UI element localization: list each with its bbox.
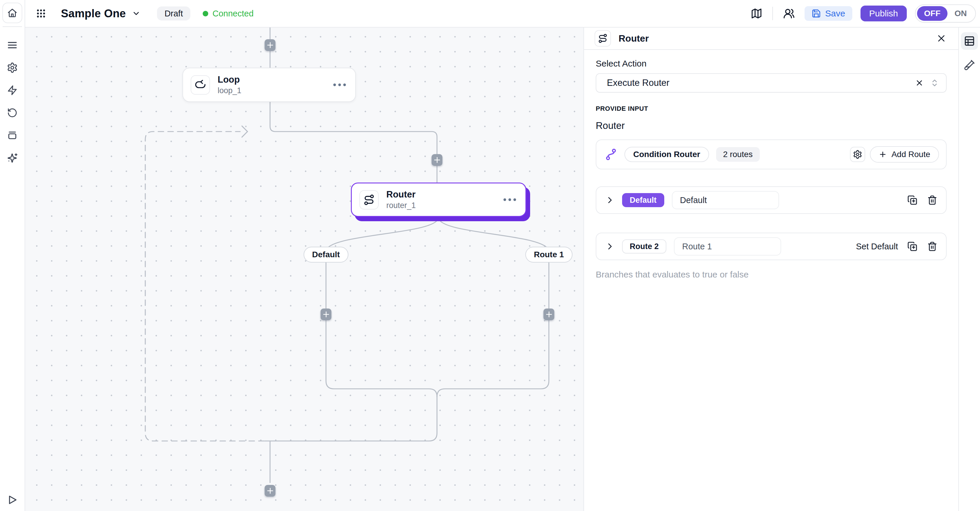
action-select-value: Execute Router — [607, 78, 670, 88]
plus-icon — [266, 487, 274, 495]
router-settings-button[interactable] — [850, 147, 865, 162]
edge-label-default: Default — [304, 247, 348, 263]
collaborators-button[interactable] — [781, 6, 796, 21]
router-icon-box — [360, 190, 379, 210]
panel-body: Select Action Execute Router PROVIDE INP… — [584, 59, 958, 280]
toggle-on-segment[interactable]: ON — [948, 9, 974, 18]
route-row-route2: Route 2 Set Default — [596, 232, 947, 260]
copy-plus-icon — [907, 195, 917, 205]
play-icon — [7, 494, 18, 505]
add-route-button[interactable]: Add Route — [870, 146, 939, 162]
delete-route-button[interactable] — [927, 241, 938, 252]
add-step-button-route1-branch[interactable] — [544, 309, 554, 320]
connected-dot-icon — [203, 11, 208, 16]
home-button[interactable] — [2, 3, 22, 23]
plus-icon — [266, 41, 274, 49]
node-loop[interactable]: Loop loop_1 — [183, 68, 356, 102]
route-name-input[interactable] — [672, 191, 779, 209]
gear-icon — [853, 150, 862, 159]
node-menu-button[interactable] — [333, 83, 346, 86]
flow-builder-app: Sample One Draft Connected Save Publish — [0, 0, 980, 511]
node-router[interactable]: Router router_1 — [351, 183, 526, 217]
node-title: Router — [386, 189, 416, 200]
duplicate-route-button[interactable] — [907, 241, 918, 252]
trash-icon — [927, 195, 937, 205]
panel-header: Router — [584, 27, 958, 50]
branch-icon — [605, 148, 617, 161]
node-config-panel: Router Select Action Execute Router PROV… — [584, 27, 958, 511]
history-icon — [7, 108, 18, 118]
chevron-right-icon — [605, 242, 614, 251]
plus-icon — [322, 310, 330, 318]
condition-router-pill[interactable]: Condition Router — [624, 147, 709, 162]
action-select[interactable]: Execute Router — [596, 73, 947, 92]
archive-button[interactable] — [6, 129, 18, 141]
copy-plus-icon — [907, 242, 917, 252]
history-button[interactable] — [6, 107, 18, 119]
condition-router-card: Condition Router 2 routes Add Route — [596, 140, 947, 169]
topbar-actions: Save Publish OFF ON — [749, 5, 976, 22]
add-step-button-top[interactable] — [265, 39, 275, 51]
right-rail — [958, 27, 980, 511]
node-menu-button[interactable] — [503, 198, 516, 201]
router-input-title: Router — [596, 120, 947, 131]
route-row-actions — [907, 194, 938, 206]
flow-canvas[interactable]: Default Route 1 Loop loop_1 Router route… — [25, 27, 584, 511]
zap-icon — [7, 85, 18, 96]
publish-label: Publish — [869, 8, 898, 18]
route-badge-default: Default — [622, 193, 664, 207]
provide-input-label: PROVIDE INPUT — [596, 105, 947, 113]
table-icon — [964, 35, 975, 46]
duplicate-route-button[interactable] — [907, 194, 918, 206]
rail-icon-group — [6, 39, 18, 164]
test-tube-icon — [964, 59, 975, 71]
settings-button[interactable] — [6, 62, 18, 73]
node-subtitle: loop_1 — [218, 86, 241, 95]
route-name-input[interactable] — [674, 237, 781, 256]
save-label: Save — [825, 8, 845, 19]
expand-route-button[interactable] — [605, 241, 615, 252]
set-default-button[interactable]: Set Default — [856, 242, 898, 252]
close-icon — [937, 34, 946, 43]
data-table-button[interactable] — [961, 32, 978, 50]
router-node-texts: Router router_1 — [386, 189, 416, 210]
menu-button[interactable] — [6, 39, 18, 51]
delete-route-button[interactable] — [927, 194, 938, 206]
panel-close-button[interactable] — [935, 32, 948, 45]
add-step-button-bottom[interactable] — [265, 485, 275, 497]
menu-icon — [7, 40, 18, 50]
panel-title: Router — [619, 33, 649, 44]
trash-icon — [927, 242, 937, 252]
panel-router-icon-box — [595, 30, 611, 46]
save-button[interactable]: Save — [805, 6, 852, 21]
node-title: Loop — [218, 75, 241, 85]
map-icon — [751, 8, 762, 19]
minimap-button[interactable] — [749, 6, 764, 21]
connection-label: Connected — [212, 9, 253, 19]
route-row-default: Default — [596, 186, 947, 214]
triggers-button[interactable] — [6, 84, 18, 96]
loop-icon-box — [191, 75, 210, 95]
toggle-off-segment[interactable]: OFF — [917, 6, 948, 21]
expand-route-button[interactable] — [605, 195, 615, 205]
add-route-label: Add Route — [891, 150, 930, 159]
rail-divider — [3, 26, 22, 27]
plus-icon — [879, 150, 887, 159]
off-on-toggle[interactable]: OFF ON — [915, 5, 976, 22]
status-badge: Draft — [157, 6, 191, 21]
router-icon — [363, 194, 375, 206]
test-button[interactable] — [963, 59, 976, 72]
apps-menu-button[interactable] — [35, 8, 47, 19]
add-step-button-loop-router[interactable] — [432, 154, 442, 166]
publish-button[interactable]: Publish — [861, 6, 907, 21]
workflow-title: Sample One — [61, 7, 126, 20]
add-step-button-default-branch[interactable] — [321, 309, 331, 320]
workflow-switcher-button[interactable] — [132, 9, 141, 18]
clear-icon[interactable] — [915, 78, 924, 87]
chevron-right-icon — [605, 196, 614, 205]
sparkles-icon — [7, 152, 18, 164]
chevrons-up-down-icon[interactable] — [930, 78, 939, 87]
ai-assistant-button[interactable] — [6, 152, 18, 164]
routes-count-badge: 2 routes — [716, 147, 760, 162]
run-flow-button[interactable] — [6, 493, 19, 506]
